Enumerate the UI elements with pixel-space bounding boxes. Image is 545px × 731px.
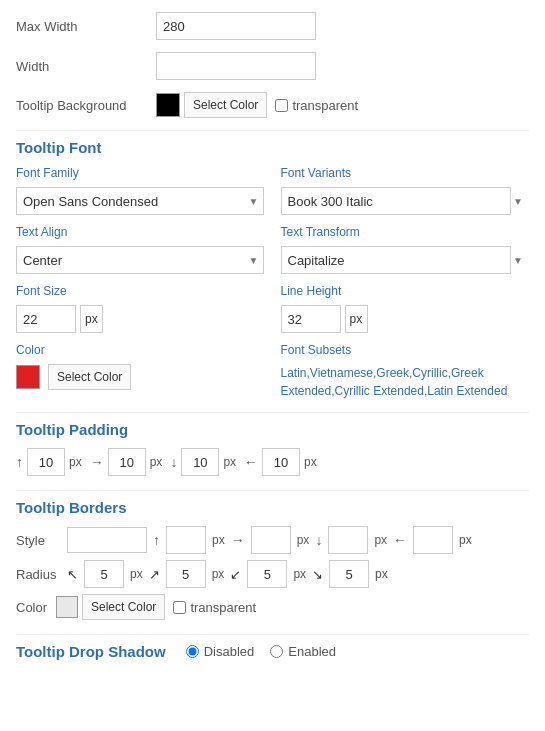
text-align-select-wrapper: Center ▼ <box>16 246 265 274</box>
font-color-group: Color Select Color <box>16 343 265 402</box>
tooltip-drop-shadow-title: Tooltip Drop Shadow <box>16 643 166 660</box>
radius-topright-unit: px <box>212 567 225 581</box>
font-family-label: Font Family <box>16 166 265 180</box>
borders-color-label: Color <box>16 600 56 615</box>
arrow-down-icon: ↓ <box>170 454 177 470</box>
border-top-input[interactable] <box>166 526 206 554</box>
border-left-arrow-icon: ← <box>393 532 407 548</box>
arrow-left-icon: ← <box>244 454 258 470</box>
font-family-select[interactable]: Open Sans Condensed <box>16 187 264 215</box>
text-align-transform-row: Text Align Center ▼ Text Transform Capit… <box>16 225 529 274</box>
radius-topright-input[interactable] <box>166 560 206 588</box>
font-family-select-wrapper: Open Sans Condensed ▼ <box>16 187 265 215</box>
tooltip-background-swatch <box>156 93 180 117</box>
width-input[interactable] <box>156 52 316 80</box>
tooltip-background-label: Tooltip Background <box>16 98 156 113</box>
radius-topleft-input[interactable] <box>84 560 124 588</box>
drop-shadow-enabled-option[interactable]: Enabled <box>270 644 336 659</box>
tooltip-background-transparent-checkbox[interactable] <box>275 99 288 112</box>
arrow-up-icon: ↑ <box>16 454 23 470</box>
line-height-row: px <box>281 305 530 333</box>
drop-shadow-disabled-option[interactable]: Disabled <box>186 644 255 659</box>
borders-style-label: Style <box>16 533 61 548</box>
text-transform-select[interactable]: Capitalize <box>281 246 511 274</box>
font-subsets-group: Font Subsets Latin,Vietnamese,Greek,Cyri… <box>281 343 530 402</box>
border-bottom-unit: px <box>374 533 387 547</box>
padding-left-input[interactable] <box>262 448 300 476</box>
tooltip-padding-title: Tooltip Padding <box>16 421 529 438</box>
font-variants-select[interactable]: Book 300 Italic <box>281 187 511 215</box>
radius-bottomleft-input[interactable] <box>247 560 287 588</box>
radius-bottomright-input[interactable] <box>329 560 369 588</box>
radius-bottomleft-icon: ↙ <box>230 567 241 582</box>
tooltip-font-title: Tooltip Font <box>16 139 529 156</box>
radius-bottomright-unit: px <box>375 567 388 581</box>
font-color-btn[interactable]: Select Color <box>48 364 131 390</box>
padding-row: ↑ px → px ↓ px ← px <box>16 448 529 476</box>
max-width-input[interactable] <box>156 12 316 40</box>
padding-top-input[interactable] <box>27 448 65 476</box>
font-subsets-value: Latin,Vietnamese,Greek,Cyrillic,Greek Ex… <box>281 364 530 400</box>
borders-transparent-checkbox[interactable] <box>173 601 186 614</box>
font-subsets-label: Font Subsets <box>281 343 530 357</box>
borders-color-swatch <box>56 596 78 618</box>
drop-shadow-enabled-radio[interactable] <box>270 645 283 658</box>
radius-topleft-icon: ↖ <box>67 567 78 582</box>
border-right-input[interactable] <box>251 526 291 554</box>
tooltip-background-transparent-label[interactable]: transparent <box>275 98 358 113</box>
drop-shadow-disabled-radio[interactable] <box>186 645 199 658</box>
padding-right-input[interactable] <box>108 448 146 476</box>
width-row: Width <box>16 52 529 80</box>
font-variants-label: Font Variants <box>281 166 530 180</box>
text-transform-group: Text Transform Capitalize ▼ <box>281 225 530 274</box>
drop-shadow-disabled-label: Disabled <box>204 644 255 659</box>
font-size-unit-select[interactable]: px <box>80 305 103 333</box>
font-color-label: Color <box>16 343 265 357</box>
radius-topright-icon: ↗ <box>149 567 160 582</box>
padding-right-item: → px <box>90 448 163 476</box>
font-variants-chevron-icon: ▼ <box>513 196 523 207</box>
radius-bottomright-icon: ↘ <box>312 567 323 582</box>
border-left-input[interactable] <box>413 526 453 554</box>
font-color-swatch <box>16 365 40 389</box>
border-bottom-arrow-icon: ↓ <box>315 532 322 548</box>
color-subsets-row: Color Select Color Font Subsets Latin,Vi… <box>16 343 529 402</box>
drop-shadow-enabled-label: Enabled <box>288 644 336 659</box>
line-height-group: Line Height px <box>281 284 530 333</box>
padding-bottom-input[interactable] <box>181 448 219 476</box>
border-top-arrow-icon: ↑ <box>153 532 160 548</box>
width-label: Width <box>16 59 156 74</box>
border-right-unit: px <box>297 533 310 547</box>
borders-color-row: Color Select Color transparent <box>16 594 529 620</box>
tooltip-borders-title: Tooltip Borders <box>16 499 529 516</box>
padding-bottom-unit: px <box>223 455 236 469</box>
font-size-row: px <box>16 305 265 333</box>
font-family-variant-row: Font Family Open Sans Condensed ▼ Font V… <box>16 166 529 215</box>
text-align-label: Text Align <box>16 225 265 239</box>
font-family-group: Font Family Open Sans Condensed ▼ <box>16 166 265 215</box>
border-bottom-input[interactable] <box>328 526 368 554</box>
line-height-unit-select[interactable]: px <box>345 305 368 333</box>
borders-radius-row: Radius ↖ px ↗ px ↙ px ↘ px <box>16 560 529 588</box>
radius-bottomleft-unit: px <box>293 567 306 581</box>
text-align-select[interactable]: Center <box>16 246 264 274</box>
borders-color-btn[interactable]: Select Color <box>82 594 165 620</box>
max-width-row: Max Width <box>16 12 529 40</box>
borders-transparent-label[interactable]: transparent <box>173 600 256 615</box>
tooltip-background-color-btn[interactable]: Select Color <box>184 92 267 118</box>
text-align-group: Text Align Center ▼ <box>16 225 265 274</box>
text-transform-label: Text Transform <box>281 225 530 239</box>
font-color-row: Select Color <box>16 364 265 390</box>
arrow-right-icon: → <box>90 454 104 470</box>
font-variants-select-wrapper: Book 300 Italic ▼ <box>281 187 530 215</box>
padding-right-unit: px <box>150 455 163 469</box>
line-height-input[interactable] <box>281 305 341 333</box>
borders-style-row: Style ↑ px → px ↓ px ← px <box>16 526 529 554</box>
font-size-input[interactable] <box>16 305 76 333</box>
text-transform-chevron-icon: ▼ <box>513 255 523 266</box>
padding-left-unit: px <box>304 455 317 469</box>
padding-bottom-item: ↓ px <box>170 448 236 476</box>
borders-style-select[interactable] <box>67 527 147 553</box>
border-left-unit: px <box>459 533 472 547</box>
padding-top-unit: px <box>69 455 82 469</box>
